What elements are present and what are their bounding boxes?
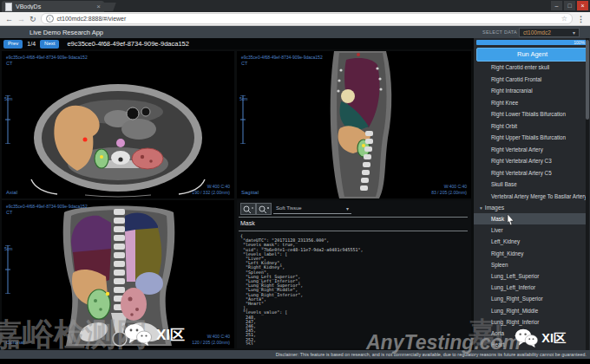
back-icon[interactable]: ← (5, 15, 13, 23)
image-item-mask[interactable]: Mask (474, 213, 586, 224)
plane-label: Sagittal (241, 190, 259, 195)
landmark-item[interactable]: Right Vertebral Artery C5 (474, 167, 586, 179)
url-field[interactable]: i ct100mdc2:8888/#/viewer ☆ (41, 13, 573, 24)
image-item[interactable]: Liver (474, 224, 586, 236)
browser-url-bar: ← → ↻ i ct100mdc2:8888/#/viewer ☆ ⋮ (0, 12, 590, 26)
maximize-button[interactable]: □ (564, 1, 575, 10)
images-section-header[interactable]: ▾Images (474, 202, 586, 213)
zoom-in-button[interactable] (256, 203, 272, 215)
landmark-item[interactable]: Right Carotid Frontal (474, 74, 586, 86)
series-uid: e9c35ce0-4f68-49ef-8734-909e-9daca152 (67, 40, 189, 48)
url-text: ct100mdc2:8888/#/viewer (57, 16, 558, 22)
image-item[interactable]: Heart (474, 339, 586, 350)
landmark-item[interactable]: Right Intracranial (474, 85, 586, 97)
divider (239, 217, 468, 218)
mask-info-panel: Soft Tissue ▾ Mask { "dateUTC": "2017112… (237, 200, 471, 348)
viewport-uid: e9c35ce0-4f68-49ef-8734-909e-9daca152 (241, 55, 323, 60)
viewport-coronal[interactable]: e9c35ce0-4f68-49ef-8734-909e-9daca152 CT… (2, 200, 234, 348)
window-level: W:400 C:40 (444, 184, 467, 189)
app-window: VBodyDs × – □ × ← → ↻ i ct100mdc2:8888/#… (0, 0, 590, 364)
viewport-uid: e9c35ce0-4f68-49ef-8734-909e-9daca152 (6, 204, 88, 209)
next-button[interactable]: Next (40, 40, 59, 49)
minimize-button[interactable]: – (551, 1, 562, 10)
slice-indicator: 120 / 205 (2.00mm) (192, 340, 230, 345)
plane-label: Coronal (6, 340, 24, 345)
image-list: Mask Liver Left_Kidney Right_Kidney Sple… (474, 213, 586, 350)
series-toolbar: Prev 1/4 Next e9c35ce0-4f68-49ef-8734-90… (0, 38, 474, 49)
app-title: Live Demo Research App (30, 29, 103, 36)
viewport-modality: CT (6, 61, 12, 66)
landmark-item[interactable]: Right Orbit (474, 120, 586, 133)
landmark-item[interactable]: Right Lower Tibialis Bifurcation (474, 108, 586, 120)
landmark-item[interactable]: Right Carotid enter skull (474, 62, 586, 74)
chevron-down-icon: ▾ (573, 29, 575, 36)
viewport-modality: CT (6, 210, 12, 215)
disclaimer-bar: Disclaimer: This feature is based on res… (0, 350, 590, 359)
divider (239, 231, 468, 231)
data-select-dropdown[interactable]: ct100mdc2 ▾ (519, 28, 580, 37)
image-item[interactable]: Aorta (474, 328, 586, 339)
plane-label: Axial (6, 190, 17, 195)
run-agent-button[interactable]: Run Agent (476, 48, 588, 62)
sagittal-ct-image (237, 51, 471, 198)
select-data-label: SELECT DATA (482, 29, 517, 35)
scale-ruler: 5cm (239, 95, 247, 101)
window-level: W:400 C:40 (207, 184, 230, 189)
image-item[interactable]: Spleen (474, 259, 586, 270)
image-item[interactable]: Lung_Right_Inferior (474, 316, 586, 328)
image-item[interactable]: Right_Kidney (474, 248, 586, 259)
coronal-ct-image (2, 200, 234, 348)
tab-title: VBodyDs (16, 3, 93, 10)
viewport-sagittal[interactable]: e9c35ce0-4f68-49ef-8734-909e-9daca152 CT… (237, 51, 471, 198)
image-item[interactable]: Lung_Right_Superior (474, 293, 586, 304)
viewport-axial[interactable]: e9c35ce0-4f68-49ef-8734-909e-9daca152 CT… (2, 51, 234, 198)
landmark-item[interactable]: Right Vertebral Artery C3 (474, 155, 586, 167)
scale-ruler: 5cm (4, 245, 12, 251)
bookmark-star-icon[interactable]: ☆ (561, 15, 567, 23)
landmark-item[interactable]: Vertebral Artery Merge To Basilar Artery (474, 191, 586, 203)
images-section-label: Images (485, 205, 504, 211)
chevron-down-icon: ▾ (346, 205, 349, 211)
window-controls: – □ × (551, 1, 588, 10)
slice-indicator: 83 / 205 (2.00mm) (431, 190, 467, 195)
landmark-item[interactable]: Right Vertebral Artery (474, 144, 586, 156)
mask-json-content[interactable]: { "dateUTC": "20171128_231356.000", "lev… (240, 234, 466, 345)
axial-ct-image (2, 51, 234, 198)
window-preset-select[interactable]: Soft Tissue ▾ (273, 203, 351, 214)
preset-value: Soft Tissue (276, 205, 302, 211)
new-tab-button[interactable] (99, 3, 116, 11)
image-item[interactable]: Lung_Left_Superior (474, 270, 586, 282)
progress-bar: 100% (476, 40, 587, 45)
landmark-item[interactable]: Right Upper Tibialis Bifurcation (474, 132, 586, 144)
slice-indicator: 190 / 332 (2.00mm) (192, 190, 230, 195)
reload-icon[interactable]: ↻ (30, 15, 36, 23)
sidebar-scrollbar-thumb[interactable] (586, 40, 589, 120)
scale-ruler: 5cm (4, 95, 12, 101)
prev-button[interactable]: Prev (3, 40, 23, 49)
landmark-item[interactable]: Skull Base (474, 179, 586, 191)
browser-tab[interactable]: VBodyDs × (2, 1, 104, 12)
section-collapse-icon: ▾ (480, 205, 482, 211)
zoom-out-button[interactable] (240, 203, 256, 215)
image-item[interactable]: Lung_Left_Inferior (474, 282, 586, 293)
data-select-value: ct100mdc2 (523, 29, 551, 36)
page-indicator: 1/4 (27, 41, 36, 47)
window-level: W:400 C:40 (207, 334, 230, 339)
mask-panel-title: Mask (240, 220, 255, 226)
browser-tab-strip: VBodyDs × – □ × (0, 0, 590, 12)
landmark-item[interactable]: Right Knee (474, 97, 586, 109)
viewport-modality: CT (241, 61, 247, 66)
page-info-icon[interactable]: i (46, 15, 54, 23)
landmark-list: Right Carotid enter skull Right Carotid … (474, 62, 586, 202)
mouse-cursor (507, 214, 515, 225)
forward-icon[interactable]: → (17, 15, 25, 23)
viewport-uid: e9c35ce0-4f68-49ef-8734-909e-9daca152 (6, 55, 88, 60)
browser-menu-icon[interactable]: ⋮ (577, 15, 585, 23)
close-button[interactable]: × (577, 1, 588, 10)
image-item[interactable]: Lung_Right_Middle (474, 305, 586, 316)
favicon-icon (5, 3, 12, 11)
image-item[interactable]: Left_Kidney (474, 236, 586, 247)
